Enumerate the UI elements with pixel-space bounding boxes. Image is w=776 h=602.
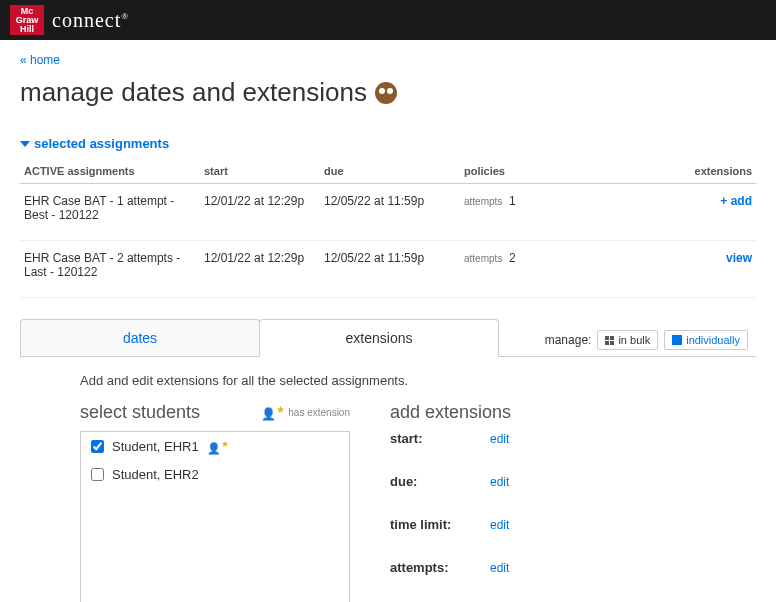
extension-attempts-row: attempts: edit: [390, 560, 696, 575]
extension-timelimit-row: time limit: edit: [390, 517, 696, 532]
edit-due-link[interactable]: edit: [490, 475, 509, 489]
in-bulk-button[interactable]: in bulk: [597, 330, 658, 350]
assignment-name: EHR Case BAT - 1 attempt - Best - 120122: [20, 184, 200, 241]
add-extension-link[interactable]: + add: [720, 194, 752, 208]
student-name: Student, EHR1: [112, 439, 199, 454]
logo-text-3: Hill: [20, 25, 34, 34]
select-students-title: select students 👤★ has extension: [80, 402, 350, 423]
extension-due-row: due: edit: [390, 474, 696, 489]
home-link[interactable]: « home: [20, 53, 60, 67]
due-label: due:: [390, 474, 460, 489]
edit-attempts-link[interactable]: edit: [490, 561, 509, 575]
top-bar: Mc Graw Hill connect®: [0, 0, 776, 40]
edit-timelimit-link[interactable]: edit: [490, 518, 509, 532]
table-row: EHR Case BAT - 2 attempts - Last - 12012…: [20, 241, 756, 298]
brand-block: Mc Graw Hill connect®: [10, 5, 129, 35]
student-name: Student, EHR2: [112, 467, 199, 482]
caret-down-icon: [20, 141, 30, 147]
attempts-label: attempts:: [390, 560, 460, 575]
list-item[interactable]: Student, EHR1 👤★: [81, 432, 349, 461]
col-policies: policies: [460, 159, 620, 184]
student-list: Student, EHR1 👤★ Student, EHR2: [80, 431, 350, 602]
assignment-name: EHR Case BAT - 2 attempts - Last - 12012…: [20, 241, 200, 298]
person-star-icon: 👤★: [261, 404, 285, 421]
col-due: due: [320, 159, 460, 184]
tab-extensions[interactable]: extensions: [259, 319, 499, 357]
student-checkbox[interactable]: [91, 440, 104, 453]
assignment-due: 12/05/22 at 11:59p: [320, 184, 460, 241]
assignment-policies: attempts 1: [460, 184, 620, 241]
add-extensions-title: add extensions: [390, 402, 696, 423]
manage-label: manage:: [545, 333, 592, 347]
connect-logo: connect®: [52, 9, 129, 32]
owl-icon: [375, 82, 397, 104]
student-checkbox[interactable]: [91, 468, 104, 481]
timelimit-label: time limit:: [390, 517, 460, 532]
individually-button[interactable]: individually: [664, 330, 748, 350]
mcgraw-hill-logo: Mc Graw Hill: [10, 5, 44, 35]
start-label: start:: [390, 431, 460, 446]
manage-area: manage: in bulk individually: [537, 324, 756, 356]
assignment-policies: attempts 2: [460, 241, 620, 298]
col-extensions: extensions: [620, 159, 756, 184]
intro-text: Add and edit extensions for all the sele…: [80, 373, 756, 388]
edit-start-link[interactable]: edit: [490, 432, 509, 446]
assignments-table: ACTIVE assignments start due policies ex…: [20, 159, 756, 298]
table-row: EHR Case BAT - 1 attempt - Best - 120122…: [20, 184, 756, 241]
person-star-icon: 👤★: [207, 438, 229, 455]
view-extension-link[interactable]: view: [726, 251, 752, 265]
tab-bar: dates extensions manage: in bulk individ…: [20, 318, 756, 357]
selected-assignments-toggle[interactable]: selected assignments: [20, 136, 756, 151]
tab-dates[interactable]: dates: [20, 319, 260, 356]
col-start: start: [200, 159, 320, 184]
assignment-start: 12/01/22 at 12:29p: [200, 241, 320, 298]
page-title: manage dates and extensions: [20, 77, 756, 108]
square-icon: [672, 335, 682, 345]
col-active: ACTIVE assignments: [20, 159, 200, 184]
assignment-start: 12/01/22 at 12:29p: [200, 184, 320, 241]
grid-icon: [605, 336, 614, 345]
extension-start-row: start: edit: [390, 431, 696, 446]
assignment-due: 12/05/22 at 11:59p: [320, 241, 460, 298]
list-item[interactable]: Student, EHR2: [81, 461, 349, 488]
has-extension-legend: 👤★ has extension: [261, 404, 350, 421]
